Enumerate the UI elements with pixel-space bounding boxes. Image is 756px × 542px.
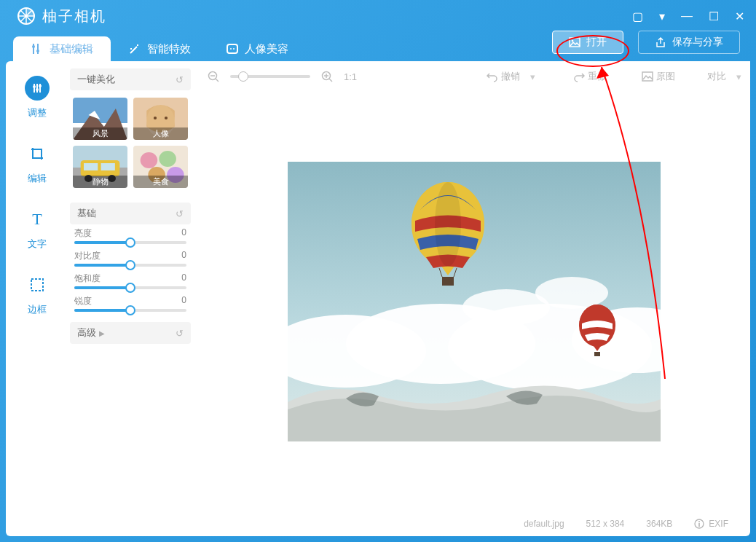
svg-point-4 [36, 50, 39, 52]
brightness-thumb[interactable] [125, 237, 135, 248]
slider-brightness[interactable]: 亮度0 [70, 224, 191, 247]
nav-edit-label: 编辑 [28, 172, 47, 185]
saturation-value: 0 [181, 272, 186, 285]
chevron-right-icon: ▶ [99, 329, 105, 337]
svg-rect-16 [31, 279, 43, 291]
contrast-label: 对比度 [74, 250, 101, 262]
nav-adjust[interactable]: 调整 [25, 76, 50, 119]
zoom-ratio[interactable]: 1:1 [344, 71, 357, 82]
slider-contrast[interactable]: 对比度0 [70, 247, 191, 270]
svg-rect-60 [699, 523, 701, 527]
svg-rect-27 [84, 163, 98, 170]
nav-text[interactable]: T 文字 [25, 207, 50, 251]
dropdown-icon[interactable]: ▾ [659, 9, 665, 23]
svg-rect-5 [227, 44, 237, 53]
status-bar: default.jpg 512 x 384 364KB EXIF [198, 511, 750, 536]
slider-sharpness[interactable]: 锐度0 [70, 292, 191, 315]
sharpness-label: 锐度 [74, 295, 92, 307]
svg-point-33 [159, 151, 176, 167]
svg-point-32 [141, 152, 158, 168]
saturation-thumb[interactable] [125, 283, 135, 293]
original-label: 原图 [656, 70, 675, 83]
zoom-out-button[interactable] [207, 70, 220, 83]
zoom-slider[interactable] [230, 75, 310, 78]
preset-portrait[interactable]: 人像 [133, 98, 188, 140]
zoom-thumb[interactable] [238, 71, 248, 82]
svg-point-22 [154, 117, 157, 119]
preset-still[interactable]: 静物 [73, 146, 127, 188]
svg-rect-28 [101, 163, 115, 170]
section-basic-label: 基础 [77, 207, 96, 220]
original-button[interactable]: 原图 [642, 70, 675, 83]
undo-button[interactable]: 撤销 [487, 70, 520, 83]
reset-advanced-icon[interactable]: ↺ [176, 328, 184, 339]
svg-point-14 [36, 88, 39, 91]
undo-label: 撤销 [501, 70, 520, 83]
adjust-icon [25, 76, 50, 101]
nav-adjust-label: 调整 [28, 106, 47, 119]
left-nav: 调整 编辑 T 文字 边框 [6, 61, 68, 536]
zoom-in-button[interactable] [320, 70, 334, 83]
tab-basic-edit[interactable]: 基础编辑 [13, 36, 111, 61]
reset-basic-icon[interactable]: ↺ [176, 208, 184, 219]
slider-saturation[interactable]: 饱和度0 [70, 270, 191, 292]
svg-point-7 [233, 48, 235, 50]
svg-point-59 [698, 521, 700, 522]
section-advanced[interactable]: 高级▶ ↺ [70, 322, 191, 344]
maximize-icon[interactable]: ☐ [709, 9, 719, 23]
crop-icon [25, 141, 50, 166]
nav-border[interactable]: 边框 [25, 272, 50, 316]
window-controls: ▢ ▾ — ☐ ✕ [632, 9, 744, 23]
panel: 一键美化 ↺ 风景 人像 静物 [68, 61, 198, 536]
redo-label: 重做 [588, 70, 607, 83]
sharpness-thumb[interactable] [125, 305, 135, 315]
reset-icon[interactable]: ↺ [176, 74, 184, 85]
preset-portrait-label: 人像 [133, 127, 188, 140]
feedback-icon[interactable]: ▢ [632, 9, 643, 23]
status-dimensions: 512 x 384 [586, 519, 625, 529]
workspace: 调整 编辑 T 文字 边框 一键美化 [6, 61, 750, 536]
svg-point-6 [230, 48, 232, 50]
contrast-thumb[interactable] [125, 260, 135, 270]
tab-smart-effect[interactable]: 智能特效 [111, 36, 208, 61]
tab-portrait-beauty[interactable]: 人像美容 [208, 36, 306, 61]
compare-dropdown-icon[interactable]: ▾ [736, 71, 741, 82]
preset-scenery[interactable]: 风景 [73, 98, 127, 140]
saturation-label: 饱和度 [74, 272, 101, 285]
wand-icon [128, 42, 141, 55]
sharpness-value: 0 [181, 295, 186, 307]
redo-button[interactable]: 重做 [573, 70, 607, 83]
preset-food-label: 美食 [133, 176, 188, 188]
svg-line-37 [216, 79, 218, 82]
open-button[interactable]: 打开 [552, 31, 623, 54]
header-actions: 打开 保存与分享 [552, 31, 740, 54]
svg-point-9 [572, 40, 574, 42]
close-icon[interactable]: ✕ [735, 9, 744, 23]
save-share-label: 保存与分享 [672, 36, 723, 49]
svg-point-13 [33, 85, 36, 88]
canvas-area: 1:1 撤销 ▾ 重做 原图 对比 ▾ [198, 61, 750, 536]
preset-food[interactable]: 美食 [133, 146, 188, 188]
open-label: 打开 [586, 36, 607, 49]
brand: 柚子相机 [17, 7, 106, 26]
contrast-value: 0 [181, 250, 186, 262]
compare-button[interactable]: 对比 [707, 70, 726, 83]
exif-button[interactable]: EXIF [694, 519, 728, 529]
svg-point-23 [165, 117, 168, 119]
section-onekey[interactable]: 一键美化 ↺ [70, 68, 191, 90]
svg-point-15 [39, 85, 42, 87]
svg-point-3 [32, 45, 35, 48]
share-icon [655, 36, 666, 48]
svg-point-52 [435, 182, 461, 267]
face-icon [226, 42, 239, 55]
undo-dropdown-icon[interactable]: ▾ [530, 71, 535, 82]
viewport[interactable] [198, 92, 750, 511]
section-basic[interactable]: 基础 ↺ [70, 203, 191, 224]
nav-edit[interactable]: 编辑 [25, 141, 50, 185]
photo-canvas[interactable] [288, 162, 661, 441]
image-icon [569, 36, 580, 48]
brightness-value: 0 [181, 227, 186, 240]
save-share-button[interactable]: 保存与分享 [638, 31, 740, 54]
nav-text-label: 文字 [28, 237, 47, 251]
minimize-icon[interactable]: — [681, 9, 693, 23]
